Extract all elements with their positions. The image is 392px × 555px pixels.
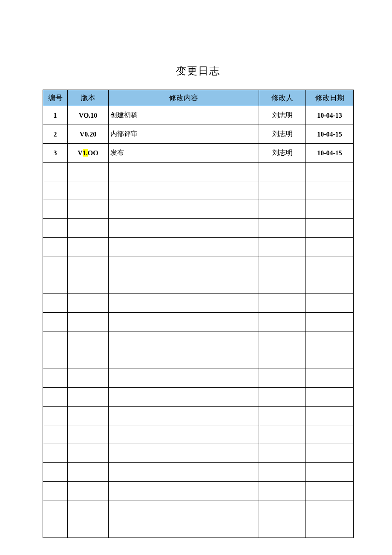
table-row: [43, 500, 354, 519]
cell-date: [306, 275, 354, 294]
cell-id: [43, 369, 68, 388]
table-row: [43, 181, 354, 200]
table-row: [43, 256, 354, 275]
cell-id: [43, 331, 68, 350]
cell-version: [68, 463, 109, 482]
cell-date: 10-04-13: [306, 106, 354, 125]
cell-content: 发布: [109, 144, 259, 163]
table-row: [43, 163, 354, 181]
cell-version: [68, 200, 109, 219]
cell-content: [109, 463, 259, 482]
cell-date: [306, 425, 354, 444]
cell-id: [43, 238, 68, 256]
cell-author: [259, 238, 306, 256]
cell-date: [306, 407, 354, 425]
table-row: [43, 463, 354, 482]
cell-date: [306, 238, 354, 256]
cell-id: [43, 256, 68, 275]
cell-version: [68, 482, 109, 500]
cell-id: [43, 519, 68, 538]
cell-author: [259, 444, 306, 463]
cell-author: [259, 369, 306, 388]
cell-author: [259, 294, 306, 313]
cell-date: [306, 331, 354, 350]
cell-content: [109, 275, 259, 294]
cell-date: [306, 463, 354, 482]
cell-version: [68, 256, 109, 275]
table-row: 1VO.10创建初稿刘志明10-04-13: [43, 106, 354, 125]
cell-content: 内部评审: [109, 125, 259, 144]
cell-version: V1.OO: [68, 144, 109, 163]
cell-date: 10-04-15: [306, 144, 354, 163]
cell-date: 10-04-15: [306, 125, 354, 144]
cell-id: [43, 313, 68, 331]
cell-content: [109, 256, 259, 275]
cell-author: [259, 331, 306, 350]
header-date: 修改日期: [306, 90, 354, 106]
cell-author: [259, 425, 306, 444]
cell-version: [68, 331, 109, 350]
cell-date: [306, 500, 354, 519]
cell-id: 3: [43, 144, 68, 163]
header-id: 编号: [43, 90, 68, 106]
cell-id: [43, 163, 68, 181]
table-row: [43, 369, 354, 388]
table-row: [43, 200, 354, 219]
cell-version: [68, 350, 109, 369]
table-row: [43, 350, 354, 369]
cell-author: [259, 407, 306, 425]
table-row: [43, 482, 354, 500]
table-row: [43, 294, 354, 313]
cell-version: [68, 238, 109, 256]
cell-date: [306, 181, 354, 200]
table-row: [43, 219, 354, 238]
cell-id: [43, 350, 68, 369]
table-row: [43, 331, 354, 350]
cell-content: [109, 313, 259, 331]
table-row: 3V1.OO发布刘志明10-04-15: [43, 144, 354, 163]
cell-content: [109, 163, 259, 181]
cell-content: 创建初稿: [109, 106, 259, 125]
cell-version: [68, 219, 109, 238]
cell-content: [109, 425, 259, 444]
cell-version: [68, 407, 109, 425]
table-row: [43, 238, 354, 256]
cell-date: [306, 388, 354, 407]
cell-version: [68, 425, 109, 444]
cell-content: [109, 369, 259, 388]
cell-version: [68, 181, 109, 200]
cell-content: [109, 350, 259, 369]
table-row: [43, 519, 354, 538]
cell-version: [68, 519, 109, 538]
cell-id: [43, 482, 68, 500]
cell-content: [109, 200, 259, 219]
cell-id: [43, 294, 68, 313]
table-header-row: 编号 版本 修改内容 修改人 修改日期: [43, 90, 354, 106]
cell-version: [68, 369, 109, 388]
cell-id: [43, 407, 68, 425]
cell-version: [68, 500, 109, 519]
cell-content: [109, 388, 259, 407]
cell-author: [259, 500, 306, 519]
table-row: [43, 388, 354, 407]
table-row: [43, 275, 354, 294]
cell-date: [306, 256, 354, 275]
cell-author: [259, 181, 306, 200]
cell-id: [43, 425, 68, 444]
cell-author: [259, 256, 306, 275]
cell-version: VO.10: [68, 106, 109, 125]
header-version: 版本: [68, 90, 109, 106]
cell-author: [259, 200, 306, 219]
table-row: [43, 313, 354, 331]
cell-author: [259, 219, 306, 238]
cell-version: V0.20: [68, 125, 109, 144]
cell-date: [306, 219, 354, 238]
cell-date: [306, 519, 354, 538]
cell-author: [259, 482, 306, 500]
cell-author: [259, 463, 306, 482]
cell-id: [43, 388, 68, 407]
cell-version: [68, 294, 109, 313]
cell-id: [43, 275, 68, 294]
cell-date: [306, 444, 354, 463]
page-title: 变更日志: [43, 64, 354, 78]
